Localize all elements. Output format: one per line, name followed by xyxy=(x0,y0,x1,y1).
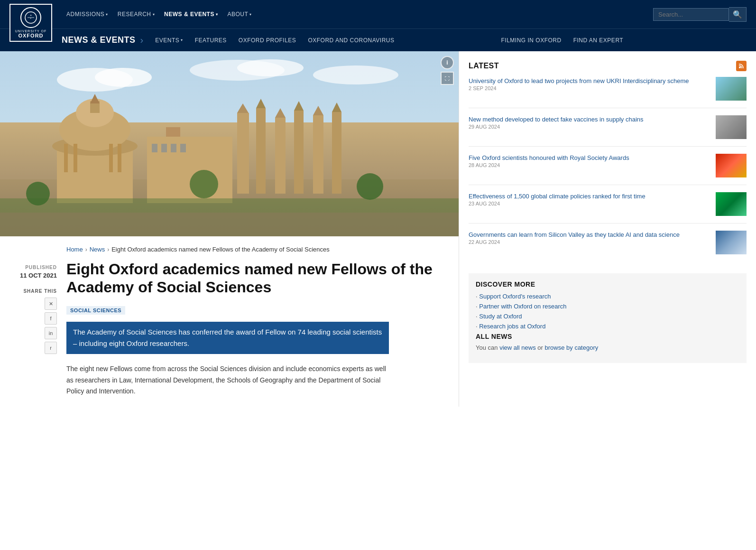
category-tag[interactable]: SOCIAL SCIENCES xyxy=(66,306,125,315)
logo-circle: ✦ ⚜ xyxy=(20,7,41,28)
discover-item-2: Partner with Oxford on research xyxy=(476,303,739,310)
latest-section: LATEST University of Oxford to lead two … xyxy=(469,61,747,261)
share-facebook[interactable]: f xyxy=(45,312,57,325)
svg-rect-19 xyxy=(74,144,77,172)
hero-image xyxy=(0,51,459,236)
svg-point-45 xyxy=(739,66,741,68)
svg-rect-24 xyxy=(256,108,266,194)
discover-link-4[interactable]: Research jobs at Oxford xyxy=(479,323,545,330)
svg-point-42 xyxy=(190,170,218,198)
svg-rect-18 xyxy=(64,144,68,172)
published-date: 11 OCT 2021 xyxy=(9,272,57,279)
search-input[interactable] xyxy=(653,8,729,21)
sec-nav-coronavirus[interactable]: OXFORD AND CORONAVIRUS xyxy=(303,29,399,52)
article-body: The eight new Fellows come from across t… xyxy=(66,364,389,397)
browse-by-category-link[interactable]: browse by category xyxy=(545,344,599,351)
news-date-5: 22 AUG 2024 xyxy=(469,239,711,245)
share-twitter[interactable]: ✕ xyxy=(45,298,57,310)
section-title: NEWS & EVENTS xyxy=(62,35,136,45)
article-lead: The Academy of Social Sciences has confe… xyxy=(66,322,389,354)
about-arrow: ▾ xyxy=(249,12,252,17)
secondary-nav-links: EVENTS ▾ FEATURES OXFORD PROFILES OXFORD… xyxy=(150,29,628,52)
all-news-title: ALL NEWS xyxy=(476,333,739,340)
search-area: 🔍 xyxy=(653,7,747,22)
svg-rect-32 xyxy=(332,112,341,194)
search-button[interactable]: 🔍 xyxy=(729,7,747,22)
news-item-4[interactable]: Effectiveness of 1,500 global climate po… xyxy=(469,192,747,224)
news-title-5[interactable]: Governments can learn from Silicon Valle… xyxy=(469,231,680,238)
sec-nav-expert[interactable]: FIND AN EXPERT xyxy=(569,29,628,52)
published-label: PUBLISHED xyxy=(9,265,57,270)
share-linkedin[interactable]: in xyxy=(45,327,57,339)
discover-link-1[interactable]: Support Oxford's research xyxy=(479,293,551,300)
rss-icon[interactable] xyxy=(736,61,747,71)
svg-rect-34 xyxy=(147,137,232,203)
breadcrumb-current: Eight Oxford academics named new Fellows… xyxy=(111,246,330,253)
news-item-5[interactable]: Governments can learn from Silicon Valle… xyxy=(469,231,747,261)
hero-overlay-controls: i ⛶ xyxy=(441,56,454,85)
news-title-1[interactable]: University of Oxford to lead two project… xyxy=(469,77,689,84)
news-item-3[interactable]: Five Oxford scientists honoured with Roy… xyxy=(469,154,747,185)
svg-rect-20 xyxy=(109,144,113,172)
news-item-2[interactable]: New method developed to detect fake vacc… xyxy=(469,115,747,147)
news-date-1: 2 SEP 2024 xyxy=(469,85,711,91)
nav-news-events[interactable]: NEWS & EVENTS ▾ xyxy=(164,11,218,18)
breadcrumb-home[interactable]: Home xyxy=(66,246,83,253)
discover-item-1: Support Oxford's research xyxy=(476,293,739,300)
discover-item-4: Research jobs at Oxford xyxy=(476,323,739,330)
share-icons-list: ✕ f in r xyxy=(9,298,57,354)
news-date-3: 28 AUG 2024 xyxy=(469,162,711,168)
svg-rect-21 xyxy=(118,144,121,172)
breadcrumb-news[interactable]: News xyxy=(90,246,105,253)
svg-point-8 xyxy=(237,59,304,76)
discover-item-3: Study at Oxford xyxy=(476,313,739,320)
article-title: Eight Oxford academics named new Fellows… xyxy=(66,260,436,297)
secondary-navigation: NEWS & EVENTS › EVENTS ▾ FEATURES OXFORD… xyxy=(0,28,756,51)
news-thumb-5 xyxy=(716,231,747,254)
svg-point-43 xyxy=(357,173,383,200)
news-thumb-2 xyxy=(716,115,747,139)
svg-rect-39 xyxy=(180,144,186,152)
logo[interactable]: ✦ ⚜ UNIVERSITY OF OXFORD xyxy=(9,4,52,42)
svg-rect-28 xyxy=(294,111,304,194)
breadcrumb-sep-2: › xyxy=(107,246,109,253)
news-item-1[interactable]: University of Oxford to lead two project… xyxy=(469,77,747,108)
share-reddit[interactable]: r xyxy=(45,342,57,354)
sec-nav-filming[interactable]: FILMING IN OXFORD xyxy=(497,29,566,52)
hero-image-section: i ⛶ xyxy=(0,51,459,236)
discover-section: DISCOVER MORE Support Oxford's research … xyxy=(469,273,747,363)
news-title-3[interactable]: Five Oxford scientists honoured with Roy… xyxy=(469,154,629,161)
news-title-2[interactable]: New method developed to detect fake vacc… xyxy=(469,116,644,123)
news-date-4: 23 AUG 2024 xyxy=(469,201,711,206)
svg-rect-26 xyxy=(275,118,286,194)
meta-sidebar: PUBLISHED 11 OCT 2021 SHARE THIS ✕ f in … xyxy=(9,265,57,354)
all-news-text: You can view all news or browse by categ… xyxy=(476,344,739,351)
fullscreen-button[interactable]: ⛶ xyxy=(441,72,454,85)
nav-divider: › xyxy=(140,35,144,46)
nav-admissions[interactable]: ADMISSIONS ▾ xyxy=(66,11,108,18)
info-button[interactable]: i xyxy=(441,56,454,69)
article-wrapper: PUBLISHED 11 OCT 2021 SHARE THIS ✕ f in … xyxy=(0,236,459,407)
svg-point-9 xyxy=(313,65,398,84)
discover-link-2[interactable]: Partner with Oxford on research xyxy=(479,303,566,310)
svg-text:✦: ✦ xyxy=(30,14,32,17)
news-thumb-4 xyxy=(716,192,747,216)
sec-nav-events[interactable]: EVENTS ▾ xyxy=(150,29,188,52)
events-dropdown-arrow: ▾ xyxy=(181,38,183,42)
discover-links-list: Support Oxford's research Partner with O… xyxy=(476,293,739,330)
discover-link-3[interactable]: Study at Oxford xyxy=(479,313,522,320)
nav-about[interactable]: ABOUT ▾ xyxy=(227,11,251,18)
news-thumb-3 xyxy=(716,154,747,177)
sec-nav-features[interactable]: FEATURES xyxy=(190,29,231,52)
news-date-2: 29 AUG 2024 xyxy=(469,124,711,130)
svg-rect-30 xyxy=(313,115,323,194)
discover-title: DISCOVER MORE xyxy=(476,280,739,288)
breadcrumb-sep-1: › xyxy=(85,246,87,253)
sec-nav-profiles[interactable]: OXFORD PROFILES xyxy=(234,29,301,52)
svg-point-41 xyxy=(26,182,50,205)
view-all-news-link[interactable]: view all news xyxy=(499,344,536,351)
share-label: SHARE THIS xyxy=(9,289,57,294)
nav-research[interactable]: RESEARCH ▾ xyxy=(118,11,155,18)
svg-rect-35 xyxy=(166,127,180,137)
news-title-4[interactable]: Effectiveness of 1,500 global climate po… xyxy=(469,193,645,200)
